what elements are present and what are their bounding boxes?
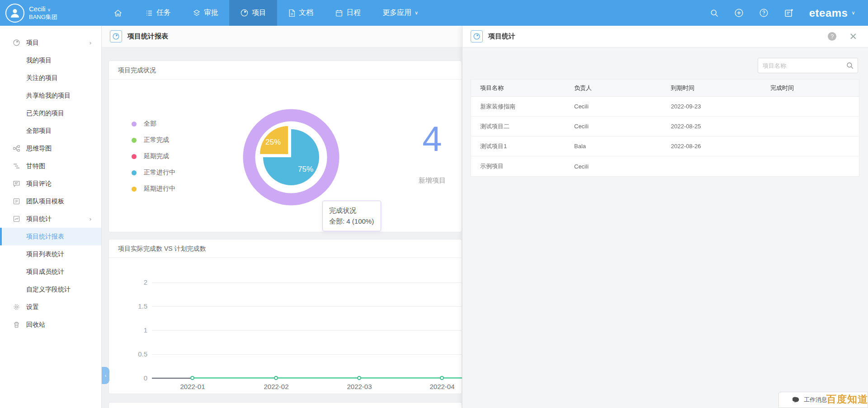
new-projects-stat: 4 新增项目	[398, 80, 466, 185]
home-icon	[113, 9, 123, 18]
sidebar-item-stats-report[interactable]: 项目统计报表	[0, 228, 101, 245]
completion-status-panel: 项目完成状况 全部 正常完成 延期完成 正常进行中 延期进行中 25% 75%	[108, 61, 462, 232]
main-nav: 任务 审批 项目 文档 日程 更多应用 ∨	[102, 0, 710, 26]
drawer-help-icon[interactable]: ?	[828, 32, 836, 41]
nav-docs[interactable]: 文档	[277, 0, 324, 26]
y-tick: 0.5	[123, 350, 147, 358]
legend-item[interactable]: 正常完成	[132, 132, 175, 148]
nav-project[interactable]: 项目	[229, 0, 277, 26]
approval-icon	[193, 9, 201, 17]
search-icon[interactable]	[710, 9, 719, 18]
calendar-icon	[335, 9, 343, 17]
sidebar-item-all-projects[interactable]: 全部项目	[0, 122, 101, 140]
legend-dot	[132, 122, 137, 127]
gantt-icon	[13, 162, 20, 170]
chevron-right-icon[interactable]: ›	[90, 216, 91, 222]
data-point[interactable]	[440, 376, 444, 380]
document-icon	[288, 9, 296, 17]
legend-item[interactable]: 延期完成	[132, 148, 175, 164]
project-report-icon	[110, 30, 122, 42]
sidebar-item-recycle-bin[interactable]: 回收站	[0, 316, 101, 333]
line-chart[interactable]: 2 1.5 1 0.5 0 2022-01 2022-02 2022-03 20…	[109, 258, 462, 394]
close-icon[interactable]: ✕	[849, 32, 857, 41]
user-name[interactable]: Cecili ∨	[29, 5, 57, 14]
drawer-title: 项目统计	[488, 32, 822, 41]
legend-item[interactable]: 延期进行中	[132, 181, 175, 197]
sidebar-item-project-comments[interactable]: 项目评论	[0, 175, 101, 192]
sidebar-item-project[interactable]: 项目 ›	[0, 34, 101, 52]
x-axis-line	[152, 378, 193, 379]
data-point[interactable]	[357, 376, 361, 380]
y-tick: 0	[123, 374, 147, 382]
trash-icon	[13, 321, 20, 328]
table-row[interactable]: 测试项目二 Cecili 2022-08-25	[471, 117, 859, 136]
sidebar-item-project-stats[interactable]: 项目统计 ›	[0, 210, 101, 228]
add-icon[interactable]	[734, 8, 744, 18]
nav-approval[interactable]: 审批	[182, 0, 229, 26]
search-icon[interactable]	[846, 61, 854, 71]
sidebar-collapse-handle[interactable]: ‹	[102, 367, 109, 384]
nav-home[interactable]	[102, 0, 134, 26]
mindmap-icon	[13, 145, 20, 152]
sidebar-item-member-stats[interactable]: 项目成员统计	[0, 263, 101, 281]
project-icon	[240, 9, 249, 17]
tooltip-value: 全部: 4 (100%)	[329, 216, 374, 227]
project-icon	[13, 39, 20, 47]
table-row[interactable]: 测试项目1 Bala 2022-08-26	[471, 136, 859, 156]
nav-tasks[interactable]: 任务	[134, 0, 182, 26]
chevron-down-icon: ∨	[851, 10, 855, 16]
sidebar-item-custom-field-stats[interactable]: 自定义字段统计	[0, 281, 101, 298]
col-finish-date: 完成时间	[761, 84, 859, 92]
x-tick: 2022-03	[341, 383, 377, 390]
data-point[interactable]	[274, 376, 278, 380]
col-due-date: 到期时间	[662, 84, 761, 92]
chat-bubble-icon	[793, 396, 800, 403]
table-row[interactable]: 示例项目 Cecili	[471, 156, 859, 176]
project-name-search-input[interactable]	[758, 58, 858, 73]
completion-donut-chart[interactable]: 25% 75%	[239, 105, 343, 209]
stat-label: 新增项目	[398, 176, 466, 185]
chevron-down-icon: ∨	[415, 10, 418, 16]
sidebar-item-followed-projects[interactable]: 关注的项目	[0, 69, 101, 87]
sidebar-item-settings[interactable]: 设置	[0, 298, 101, 316]
avatar[interactable]	[5, 4, 24, 23]
template-icon	[13, 197, 20, 205]
table-header-row: 项目名称 负责人 到期时间 完成时间	[471, 80, 859, 97]
actual-vs-planned-panel: 项目实际完成数 VS 计划完成数 2 1.5 1 0.5 0 2022-01 2…	[108, 239, 462, 394]
top-navbar: Cecili ∨ BANG集团 任务 审批 项目 文档 日程 更多应用	[0, 0, 868, 26]
eteams-logo[interactable]: eteams∨	[809, 7, 855, 19]
table-row[interactable]: 新家装修指南 Cecili 2022-09-23	[471, 97, 859, 117]
panel-title: 项目实际完成数 VS 计划完成数	[109, 239, 462, 258]
user-account[interactable]: Cecili ∨ BANG集团	[0, 4, 102, 23]
messages-icon[interactable]	[784, 8, 794, 18]
drawer-header: 项目统计 ? ✕	[462, 26, 868, 47]
sidebar-item-project-list-stats[interactable]: 项目列表统计	[0, 245, 101, 263]
chevron-down-icon: ∨	[47, 7, 51, 12]
help-icon[interactable]	[759, 8, 769, 18]
x-tick: 2022-04	[424, 383, 460, 390]
legend-dot	[132, 187, 137, 192]
data-point[interactable]	[190, 376, 194, 380]
col-owner: 负责人	[565, 84, 662, 92]
y-tick: 1	[123, 326, 147, 334]
x-tick: 2022-02	[258, 383, 294, 390]
gridline	[152, 330, 462, 331]
col-project-name: 项目名称	[471, 84, 565, 92]
legend-item[interactable]: 正常进行中	[132, 164, 175, 181]
nav-more-apps[interactable]: 更多应用 ∨	[372, 0, 429, 26]
pie-label-25: 25%	[265, 138, 281, 146]
sidebar-item-closed-projects[interactable]: 已关闭的项目	[0, 104, 101, 122]
sidebar-item-my-projects[interactable]: 我的项目	[0, 52, 101, 69]
panel-title: 项目完成状况	[109, 61, 462, 80]
projects-table: 项目名称 负责人 到期时间 完成时间 新家装修指南 Cecili 2022-09…	[471, 79, 859, 177]
nav-calendar[interactable]: 日程	[324, 0, 372, 26]
legend-item[interactable]: 全部	[132, 116, 175, 132]
chevron-right-icon[interactable]: ›	[90, 39, 91, 46]
sidebar-item-shared-projects[interactable]: 共享给我的项目	[0, 87, 101, 104]
sidebar-item-gantt[interactable]: 甘特图	[0, 157, 101, 175]
sidebar-item-mindmap[interactable]: 思维导图	[0, 140, 101, 157]
stat-value: 4	[398, 121, 466, 156]
sidebar-item-team-templates[interactable]: 团队项目模板	[0, 192, 101, 210]
user-org: BANG集团	[29, 14, 57, 21]
y-tick: 2	[123, 278, 147, 286]
